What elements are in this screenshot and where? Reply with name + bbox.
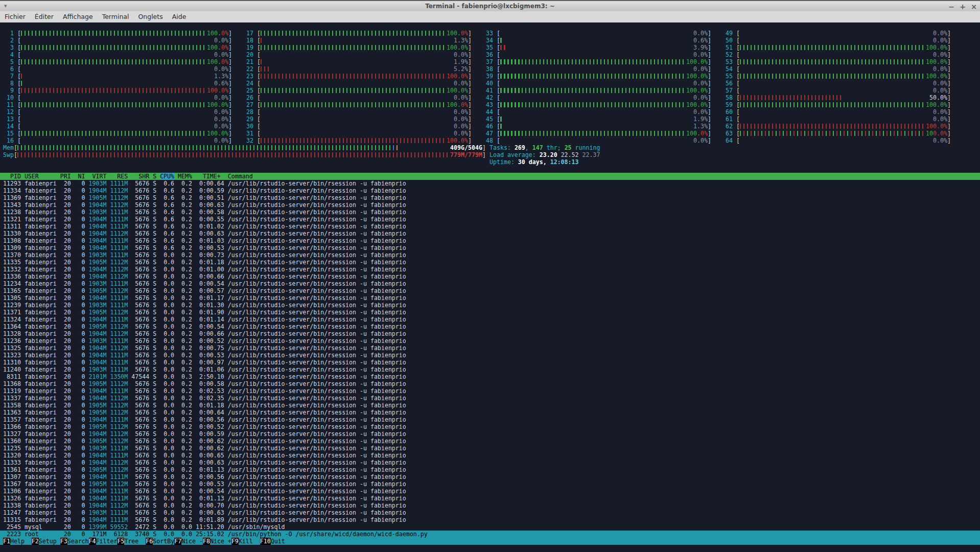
cpu-meter-50: 50 [0.0%] bbox=[726, 37, 951, 44]
process-table-header[interactable]: PID USER PRI NI VIRT RES SHR S CPU% MEM%… bbox=[0, 173, 980, 180]
process-row-11327[interactable]: 11327 fabienpri 20 0 1904M 1112M 5676 S … bbox=[0, 430, 980, 438]
cpu-meter-30: 30 [0.0%] bbox=[246, 123, 472, 130]
process-row-11333[interactable]: 11333 fabienpri 20 0 1904M 1112M 5676 S … bbox=[0, 459, 980, 466]
process-row-11236[interactable]: 11236 fabienpri 20 0 1903M 1111M 5676 S … bbox=[0, 337, 980, 344]
process-row-11308[interactable]: 11308 fabienpri 20 0 1904M 1111M 5676 S … bbox=[0, 237, 980, 244]
cpu-meter-29: 29 [0.0%] bbox=[246, 116, 472, 123]
cpu-meter-53: 53 [100.0%] bbox=[726, 58, 951, 65]
process-row-11328[interactable]: 11328 fabienpri 20 0 1904M 1112M 5676 S … bbox=[0, 330, 980, 337]
process-row-8311[interactable]: 8311 fabienpri 20 0 2101M 1350M 47544 S … bbox=[0, 373, 980, 380]
minimize-button[interactable]: − bbox=[947, 2, 956, 11]
cpu-meter-41: 41 [100.0%] bbox=[486, 87, 711, 94]
process-row-11330[interactable]: 11330 fabienpri 20 0 1904M 1112M 5676 S … bbox=[0, 230, 980, 237]
cpu-meter-12: 12 [0.0%] bbox=[7, 108, 232, 116]
process-row-11361[interactable]: 11361 fabienpri 20 0 1905M 1112M 5676 S … bbox=[0, 466, 980, 473]
cpu-meter-39: 39 [100.0%] bbox=[486, 73, 711, 80]
process-row-11321[interactable]: 11321 fabienpri 20 0 1904M 1111M 5676 S … bbox=[0, 216, 980, 223]
process-row-11335[interactable]: 11335 fabienpri 20 0 1905M 1112M 5676 S … bbox=[0, 259, 980, 266]
cpu-meter-49: 49 [0.0%] bbox=[726, 30, 951, 37]
cpu-meter-51: 51 [100.0%] bbox=[726, 44, 951, 51]
cpu-meter-20: 20 [0.0%] bbox=[246, 51, 472, 58]
fkey-f8[interactable]: F8 bbox=[203, 538, 210, 545]
swap-meter: Swp[779M/779M] bbox=[3, 151, 486, 158]
process-row-11307[interactable]: 11307 fabienpri 20 0 1904M 1111M 5676 S … bbox=[0, 473, 980, 480]
fkey-f6[interactable]: F6 bbox=[146, 538, 153, 545]
cpu-meter-61: 61 [0.0%] bbox=[726, 116, 951, 123]
process-row-11247[interactable]: 11247 fabienpri 20 0 1903M 1111M 5676 S … bbox=[0, 509, 980, 516]
fkey-f10[interactable]: F10 bbox=[260, 538, 271, 545]
process-row-11364[interactable]: 11364 fabienpri 20 0 1905M 1112M 5676 S … bbox=[0, 323, 980, 330]
fkey-f3[interactable]: F3 bbox=[60, 538, 67, 545]
menu-item-aide[interactable]: Aide bbox=[168, 11, 191, 22]
process-row-11305[interactable]: 11305 fabienpri 20 0 1904M 1111M 5676 S … bbox=[0, 294, 980, 302]
process-row-2223[interactable]: 2223 root 20 0 171M 6128 3740 S 0.0 0.0 … bbox=[0, 531, 980, 538]
process-row-11293[interactable]: 11293 fabienpri 20 0 1903M 1111M 5676 S … bbox=[0, 180, 980, 187]
process-row-11310[interactable]: 11310 fabienpri 20 0 1904M 1111M 5676 S … bbox=[0, 359, 980, 366]
process-row-11234[interactable]: 11234 fabienpri 20 0 1903M 1111M 5676 S … bbox=[0, 280, 980, 287]
process-row-11311[interactable]: 11311 fabienpri 20 0 1904M 1111M 5676 S … bbox=[0, 223, 980, 230]
cpu-meter-5: 5 [100.0%] bbox=[7, 58, 232, 65]
menu-item-onglets[interactable]: Onglets bbox=[133, 11, 167, 22]
fkey-f1[interactable]: F1 bbox=[3, 538, 10, 545]
fkey-f2[interactable]: F2 bbox=[32, 538, 39, 545]
process-row-11323[interactable]: 11323 fabienpri 20 0 1904M 1111M 5676 S … bbox=[0, 352, 980, 359]
process-row-11363[interactable]: 11363 fabienpri 20 0 1905M 1112M 5676 S … bbox=[0, 409, 980, 416]
process-row-11239[interactable]: 11239 fabienpri 20 0 1903M 1111M 5676 S … bbox=[0, 302, 980, 309]
process-row-11235[interactable]: 11235 fabienpri 20 0 1903M 1111M 5676 S … bbox=[0, 445, 980, 452]
cpu-meter-19: 19 [100.0%] bbox=[246, 44, 472, 51]
process-row-2545[interactable]: 2545 mysql 20 0 1399M 59552 2472 S 0.0 0… bbox=[0, 523, 980, 531]
process-row-11332[interactable]: 11332 fabienpri 20 0 1904M 1112M 5676 S … bbox=[0, 266, 980, 273]
close-button[interactable]: × bbox=[969, 2, 978, 11]
cpu-meter-2: 2 [0.0%] bbox=[7, 37, 232, 44]
cpu-meter-25: 25 [100.0%] bbox=[246, 87, 472, 94]
process-row-11358[interactable]: 11358 fabienpri 20 0 1905M 1112M 5676 S … bbox=[0, 402, 980, 409]
fkey-f9[interactable]: F9 bbox=[231, 538, 239, 545]
process-row-11326[interactable]: 11326 fabienpri 20 0 1904M 1111M 5676 S … bbox=[0, 495, 980, 502]
cpu-meter-26: 26 [0.0%] bbox=[246, 94, 472, 101]
process-row-11343[interactable]: 11343 fabienpri 20 0 1904M 1112M 5676 S … bbox=[0, 201, 980, 209]
process-row-11367[interactable]: 11367 fabienpri 20 0 1905M 1112M 5676 S … bbox=[0, 480, 980, 488]
cpu-meter-6: 6 [0.0%] bbox=[7, 65, 232, 73]
process-row-11324[interactable]: 11324 fabienpri 20 0 1904M 1111M 5676 S … bbox=[0, 316, 980, 323]
function-key-bar[interactable]: F1Help F2Setup F3SearchF4FilterF5Tree F6… bbox=[0, 538, 980, 545]
cpu-meter-46: 46 [1.3%] bbox=[486, 123, 711, 130]
cpu-meter-35: 35 [3.9%] bbox=[486, 44, 711, 51]
process-row-11371[interactable]: 11371 fabienpri 20 0 1905M 1112M 5676 S … bbox=[0, 309, 980, 316]
cpu-meter-22: 22 [5.2%] bbox=[246, 65, 472, 73]
maximize-button[interactable]: + bbox=[958, 2, 967, 11]
process-row-11334[interactable]: 11334 fabienpri 20 0 1904M 1112M 5676 S … bbox=[0, 187, 980, 194]
cpu-meter-45: 45 [1.9%] bbox=[486, 116, 711, 123]
menu-item-affichage[interactable]: Affichage bbox=[58, 11, 98, 22]
process-row-11366[interactable]: 11366 fabienpri 20 0 1905M 1112M 5676 S … bbox=[0, 423, 980, 430]
process-row-11337[interactable]: 11337 fabienpri 20 0 1904M 1112M 5676 S … bbox=[0, 395, 980, 402]
cpu-meter-17: 17 [100.0%] bbox=[246, 30, 472, 37]
process-row-11315[interactable]: 11315 fabienpri 20 0 1904M 1111M 5676 S … bbox=[0, 516, 980, 523]
process-row-11306[interactable]: 11306 fabienpri 20 0 1904M 1111M 5676 S … bbox=[0, 488, 980, 495]
window-title: Terminal - fabienprio@lxcbigmem3: ~ bbox=[0, 3, 980, 10]
cpu-meter-27: 27 [100.0%] bbox=[246, 101, 472, 108]
fkey-f5[interactable]: F5 bbox=[117, 538, 124, 545]
menu-item-diter[interactable]: Éditer bbox=[30, 11, 58, 22]
process-row-11369[interactable]: 11369 fabienpri 20 0 1905M 1112M 5676 S … bbox=[0, 194, 980, 201]
cpu-meter-55: 55 [100.0%] bbox=[726, 73, 951, 80]
process-row-11365[interactable]: 11365 fabienpri 20 0 1905M 1112M 5676 S … bbox=[0, 287, 980, 294]
process-row-11360[interactable]: 11360 fabienpri 20 0 1905M 1112M 5676 S … bbox=[0, 438, 980, 445]
menu-item-terminal[interactable]: Terminal bbox=[98, 11, 134, 22]
menu-item-fichier[interactable]: Fichier bbox=[0, 11, 30, 22]
cpu-meter-64: 64 [0.0%] bbox=[726, 137, 951, 144]
process-row-11336[interactable]: 11336 fabienpri 20 0 1904M 1112M 5676 S … bbox=[0, 273, 980, 280]
process-row-11240[interactable]: 11240 fabienpri 20 0 1903M 1111M 5676 S … bbox=[0, 366, 980, 373]
process-row-11238[interactable]: 11238 fabienpri 20 0 1903M 1111M 5676 S … bbox=[0, 209, 980, 216]
process-row-11370[interactable]: 11370 fabienpri 20 0 1903M 1111M 5676 S … bbox=[0, 251, 980, 259]
process-row-11309[interactable]: 11309 fabienpri 20 0 1904M 1111M 5676 S … bbox=[0, 244, 980, 251]
process-row-11357[interactable]: 11357 fabienpri 20 0 1904M 1111M 5676 S … bbox=[0, 416, 980, 423]
process-row-11319[interactable]: 11319 fabienpri 20 0 1904M 1111M 5676 S … bbox=[0, 387, 980, 395]
process-row-11325[interactable]: 11325 fabienpri 20 0 1904M 1112M 5676 S … bbox=[0, 344, 980, 352]
process-row-11320[interactable]: 11320 fabienpri 20 0 1904M 1111M 5676 S … bbox=[0, 452, 980, 459]
fkey-f7[interactable]: F7 bbox=[174, 538, 181, 545]
cpu-meter-23: 23 [100.0%] bbox=[246, 73, 472, 80]
process-row-11368[interactable]: 11368 fabienpri 20 0 1905M 1112M 5676 S … bbox=[0, 380, 980, 387]
cpu-meter-40: 40 [0.0%] bbox=[486, 80, 711, 87]
process-row-11338[interactable]: 11338 fabienpri 20 0 1904M 1112M 5676 S … bbox=[0, 502, 980, 509]
fkey-f4[interactable]: F4 bbox=[89, 538, 96, 545]
